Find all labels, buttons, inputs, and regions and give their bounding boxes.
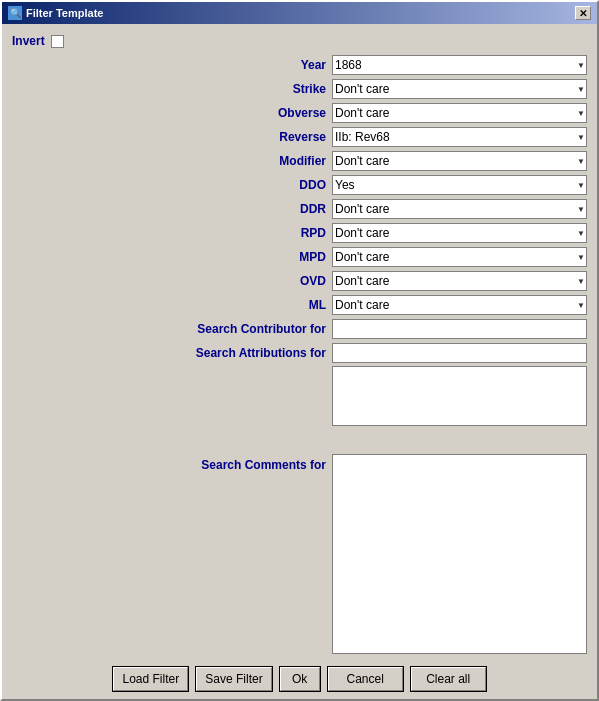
ddo-row: DDO Yes	[12, 174, 587, 196]
obverse-select-wrapper: Don't care	[332, 103, 587, 123]
button-bar: Load Filter Save Filter Ok Cancel Clear …	[2, 659, 597, 699]
obverse-row: Obverse Don't care	[12, 102, 587, 124]
obverse-select[interactable]: Don't care	[332, 103, 587, 123]
ddo-label: DDO	[12, 178, 332, 192]
title-bar: 🔍 Filter Template ✕	[2, 2, 597, 24]
fields-area: Year 1868 Strike Don't care	[12, 54, 587, 316]
ovd-select-wrapper: Don't care	[332, 271, 587, 291]
comments-textarea[interactable]	[332, 454, 587, 654]
ddr-select[interactable]: Don't care	[332, 199, 587, 219]
ml-row: ML Don't care	[12, 294, 587, 316]
content-area: Invert Year 1868 Strike	[2, 24, 597, 659]
attributions-textarea[interactable]	[332, 366, 587, 426]
reverse-select[interactable]: IIb: Rev68	[332, 127, 587, 147]
mpd-select-wrapper: Don't care	[332, 247, 587, 267]
ml-control: Don't care	[332, 295, 587, 315]
invert-label: Invert	[12, 34, 45, 48]
obverse-control: Don't care	[332, 103, 587, 123]
comments-label: Search Comments for	[12, 454, 332, 654]
attributions-row: Search Attributions for	[12, 342, 587, 364]
clear-all-button[interactable]: Clear all	[411, 667, 486, 691]
reverse-row: Reverse IIb: Rev68	[12, 126, 587, 148]
reverse-label: Reverse	[12, 130, 332, 144]
close-button[interactable]: ✕	[575, 6, 591, 20]
load-filter-button[interactable]: Load Filter	[113, 667, 188, 691]
strike-control: Don't care	[332, 79, 587, 99]
invert-row: Invert	[12, 34, 587, 48]
year-row: Year 1868	[12, 54, 587, 76]
rpd-control: Don't care	[332, 223, 587, 243]
mpd-control: Don't care	[332, 247, 587, 267]
contributor-input[interactable]	[332, 319, 587, 339]
modifier-select-wrapper: Don't care	[332, 151, 587, 171]
ddo-select-wrapper: Yes	[332, 175, 587, 195]
strike-row: Strike Don't care	[12, 78, 587, 100]
year-select-wrapper: 1868	[332, 55, 587, 75]
year-label: Year	[12, 58, 332, 72]
ddr-row: DDR Don't care	[12, 198, 587, 220]
ovd-row: OVD Don't care	[12, 270, 587, 292]
ovd-select[interactable]: Don't care	[332, 271, 587, 291]
mpd-select[interactable]: Don't care	[332, 247, 587, 267]
window-icon: 🔍	[8, 6, 22, 20]
rpd-select[interactable]: Don't care	[332, 223, 587, 243]
ddr-label: DDR	[12, 202, 332, 216]
ml-select[interactable]: Don't care	[332, 295, 587, 315]
main-window: 🔍 Filter Template ✕ Invert Year 1868	[0, 0, 599, 701]
ok-button[interactable]: Ok	[280, 667, 320, 691]
attributions-textarea-row	[12, 366, 587, 450]
ddo-select[interactable]: Yes	[332, 175, 587, 195]
invert-checkbox[interactable]	[51, 35, 64, 48]
modifier-control: Don't care	[332, 151, 587, 171]
ddr-select-wrapper: Don't care	[332, 199, 587, 219]
rpd-select-wrapper: Don't care	[332, 223, 587, 243]
ddo-control: Yes	[332, 175, 587, 195]
mpd-label: MPD	[12, 250, 332, 264]
strike-select[interactable]: Don't care	[332, 79, 587, 99]
contributor-label: Search Contributor for	[12, 322, 332, 336]
modifier-select[interactable]: Don't care	[332, 151, 587, 171]
ovd-control: Don't care	[332, 271, 587, 291]
attributions-label: Search Attributions for	[12, 346, 332, 360]
modifier-row: Modifier Don't care	[12, 150, 587, 172]
rpd-row: RPD Don't care	[12, 222, 587, 244]
ml-select-wrapper: Don't care	[332, 295, 587, 315]
ovd-label: OVD	[12, 274, 332, 288]
year-control: 1868	[332, 55, 587, 75]
contributor-row: Search Contributor for	[12, 318, 587, 340]
reverse-control: IIb: Rev68	[332, 127, 587, 147]
strike-label: Strike	[12, 82, 332, 96]
reverse-select-wrapper: IIb: Rev68	[332, 127, 587, 147]
window-title: Filter Template	[26, 7, 103, 19]
search-section: Search Contributor for Search Attributio…	[12, 318, 587, 364]
obverse-label: Obverse	[12, 106, 332, 120]
attributions-input[interactable]	[332, 343, 587, 363]
rpd-label: RPD	[12, 226, 332, 240]
cancel-button[interactable]: Cancel	[328, 667, 403, 691]
strike-select-wrapper: Don't care	[332, 79, 587, 99]
title-bar-text: 🔍 Filter Template	[8, 6, 103, 20]
year-select[interactable]: 1868	[332, 55, 587, 75]
comments-section: Search Comments for	[12, 454, 587, 654]
ddr-control: Don't care	[332, 199, 587, 219]
ml-label: ML	[12, 298, 332, 312]
attributions-textarea-label	[12, 366, 332, 370]
mpd-row: MPD Don't care	[12, 246, 587, 268]
modifier-label: Modifier	[12, 154, 332, 168]
save-filter-button[interactable]: Save Filter	[196, 667, 271, 691]
